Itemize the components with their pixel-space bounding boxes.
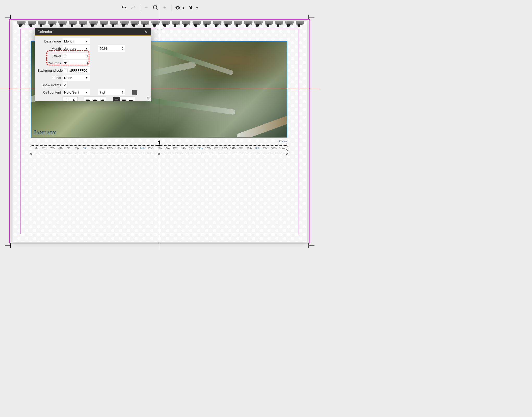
calendar-day: 3We bbox=[48, 147, 56, 150]
crop-mark bbox=[10, 243, 11, 248]
dialog-titlebar[interactable]: Calendar ✕ bbox=[35, 28, 151, 36]
month-label: January bbox=[34, 129, 57, 136]
label-date-range: Date range bbox=[38, 39, 61, 43]
close-icon[interactable]: ✕ bbox=[143, 30, 149, 34]
crop-mark bbox=[309, 17, 314, 17]
crop-mark bbox=[5, 17, 10, 17]
calendar-day: 1Mo bbox=[32, 147, 40, 150]
calendar-day: 28Su bbox=[254, 147, 262, 150]
font-select[interactable]: Noto Serif▼ bbox=[63, 89, 90, 95]
color-swatch bbox=[64, 69, 68, 72]
label-rows: Rows bbox=[38, 54, 61, 58]
stepper-arrows-icon[interactable]: ▲▼ bbox=[122, 91, 123, 94]
calendar-dialog[interactable]: Calendar ✕ Date range Month▼ Month Janua… bbox=[35, 28, 151, 101]
bold-button[interactable]: A bbox=[70, 97, 77, 101]
top-toolbar: − + ▼ ▼ bbox=[0, 3, 319, 13]
separator bbox=[171, 5, 171, 11]
calendar-day: 8Mo bbox=[90, 147, 97, 150]
calendar-day: 29Mo bbox=[262, 147, 270, 150]
zoom-fit-icon[interactable] bbox=[152, 5, 159, 11]
valign-bottom-button[interactable] bbox=[127, 97, 135, 101]
calendar-day: 19Fr bbox=[180, 147, 188, 150]
label-month: Month bbox=[38, 47, 61, 51]
month-select[interactable]: January▼ bbox=[63, 45, 90, 52]
crop-mark bbox=[308, 243, 309, 248]
chevron-down-icon: ▼ bbox=[85, 76, 88, 79]
crop-mark bbox=[309, 245, 314, 246]
calendar-day: 14Su bbox=[139, 147, 147, 150]
crop-mark bbox=[10, 15, 11, 19]
calendar-day: 16Tu bbox=[155, 147, 163, 150]
chevron-down-icon[interactable]: ▼ bbox=[196, 7, 199, 9]
align-center-button[interactable] bbox=[91, 97, 99, 101]
label-effect: Effect bbox=[38, 76, 61, 80]
columns-spinner[interactable]: 31▲▼ bbox=[63, 60, 90, 66]
calendar-day: 21Su bbox=[196, 147, 204, 150]
label-bg-color: Background color bbox=[38, 69, 61, 72]
bg-color-input[interactable]: #FFFFFF00 bbox=[63, 67, 90, 73]
zoom-out-icon[interactable]: − bbox=[143, 5, 149, 11]
events-label: Events bbox=[279, 140, 288, 143]
calendar-day: 25Th bbox=[229, 147, 237, 150]
calendar-day: 31We bbox=[278, 147, 286, 150]
font-style-group: A A bbox=[63, 96, 78, 101]
align-right-button[interactable] bbox=[99, 97, 106, 101]
separator bbox=[140, 5, 140, 11]
date-range-select[interactable]: Month▼ bbox=[63, 38, 90, 44]
valign-top-button[interactable] bbox=[113, 97, 120, 101]
calendar-day: 12Fr bbox=[122, 147, 130, 150]
stepper-arrows-icon[interactable]: ▲▼ bbox=[86, 62, 88, 65]
dialog-title: Calendar bbox=[38, 30, 52, 34]
year-spinner[interactable]: 2024▲▼ bbox=[98, 45, 125, 52]
align-left-button[interactable] bbox=[84, 97, 91, 101]
chevron-down-icon: ▼ bbox=[85, 91, 88, 94]
redo-icon bbox=[130, 5, 137, 11]
calendar-day: 20Sa bbox=[188, 147, 196, 150]
label-show-events: Show events bbox=[38, 83, 61, 87]
zoom-in-icon[interactable]: + bbox=[162, 5, 168, 11]
calendar-day: 9Tu bbox=[98, 147, 106, 150]
v-align-group bbox=[113, 96, 135, 101]
calendar-day: 22Mo bbox=[205, 147, 212, 150]
valign-middle-button[interactable] bbox=[120, 97, 127, 101]
calendar-day: 17We bbox=[163, 147, 171, 150]
stepper-arrows-icon[interactable]: ▲▼ bbox=[86, 54, 88, 57]
calendar-day: 11Th bbox=[114, 147, 122, 150]
label-cell-content: Cell content bbox=[38, 90, 61, 94]
calendar-day: 23Tu bbox=[213, 147, 220, 150]
calendar-day: 7Su bbox=[81, 147, 89, 150]
calendar-day: 4Th bbox=[57, 147, 65, 150]
calendar-strip-frame[interactable]: 1Mo2Tu3We4Th5Fr6Sa7Su8Mo9Tu10We11Th12Fr1… bbox=[31, 145, 287, 154]
svg-point-1 bbox=[177, 7, 178, 8]
label-columns: Columns bbox=[38, 61, 61, 65]
calendar-day: 2Tu bbox=[40, 147, 48, 150]
calendar-day: 27Sa bbox=[245, 147, 253, 150]
italic-button[interactable]: A bbox=[63, 97, 70, 101]
chevron-down-icon[interactable]: ▼ bbox=[182, 7, 185, 9]
rows-spinner[interactable]: 1▲▼ bbox=[63, 53, 90, 59]
calendar-day: 26Fr bbox=[237, 147, 245, 150]
effect-select[interactable]: None▼ bbox=[63, 75, 90, 81]
chevron-down-icon: ▼ bbox=[85, 40, 88, 43]
stepper-arrows-icon[interactable]: ▲▼ bbox=[122, 47, 123, 50]
undo-icon[interactable] bbox=[121, 5, 127, 11]
crop-mark bbox=[308, 15, 309, 19]
calendar-day: 6Sa bbox=[73, 147, 81, 150]
text-color-swatch[interactable] bbox=[132, 90, 137, 95]
calendar-day: 30Tu bbox=[270, 147, 278, 150]
chevron-down-icon: ▼ bbox=[85, 47, 88, 50]
calendar-day: 5Fr bbox=[65, 147, 73, 150]
calendar-day: 18Th bbox=[172, 147, 180, 150]
show-events-checkbox[interactable]: ✓ bbox=[63, 82, 67, 88]
font-size-spinner[interactable]: 7 pt▲▼ bbox=[98, 89, 125, 95]
dialog-body[interactable]: Date range Month▼ Month January▼ 2024▲▼ … bbox=[35, 36, 151, 101]
calendar-day: 15Mo bbox=[147, 147, 155, 150]
h-align-group bbox=[84, 96, 106, 101]
crop-mark bbox=[5, 245, 10, 246]
resize-grip[interactable] bbox=[147, 97, 151, 101]
eye-icon[interactable] bbox=[175, 5, 181, 11]
calendar-day: 24We bbox=[221, 147, 229, 150]
magnet-icon[interactable] bbox=[188, 5, 194, 11]
calendar-day: 13Sa bbox=[131, 147, 138, 150]
calendar-day: 10We bbox=[106, 147, 114, 150]
